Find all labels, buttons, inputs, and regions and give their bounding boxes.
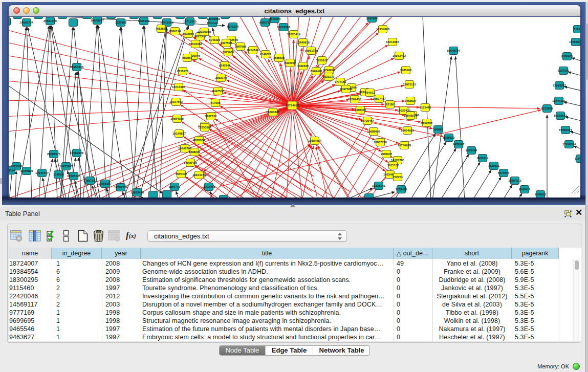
svg-text:2935114: 2935114 <box>477 157 489 160</box>
svg-text:12975115: 12975115 <box>403 83 416 86</box>
svg-text:1733426: 1733426 <box>396 188 407 191</box>
svg-text:8146323: 8146323 <box>209 38 221 41</box>
svg-text:62160: 62160 <box>386 103 394 106</box>
svg-text:9857771: 9857771 <box>169 185 181 188</box>
svg-text:9227341: 9227341 <box>558 69 570 72</box>
svg-text:554012: 554012 <box>365 91 375 94</box>
svg-text:10719155: 10719155 <box>160 21 174 24</box>
svg-text:8938923: 8938923 <box>443 136 455 139</box>
svg-text:7955812: 7955812 <box>316 59 328 62</box>
svg-text:12942737: 12942737 <box>35 171 49 174</box>
svg-text:9242848: 9242848 <box>219 64 231 67</box>
svg-text:9699695: 9699695 <box>421 121 433 124</box>
svg-text:11156829: 11156829 <box>20 169 33 172</box>
svg-text:8878334: 8878334 <box>193 139 205 142</box>
svg-text:10107553: 10107553 <box>169 100 183 103</box>
svg-text:8454749: 8454749 <box>247 49 259 52</box>
svg-text:1527602: 1527602 <box>115 21 127 24</box>
svg-text:16961758: 16961758 <box>304 49 318 52</box>
svg-text:8813054: 8813054 <box>269 17 281 20</box>
svg-text:20756928: 20756928 <box>398 144 411 147</box>
svg-text:114519: 114519 <box>53 173 63 176</box>
svg-text:3675685: 3675685 <box>223 51 234 54</box>
svg-text:12923448: 12923448 <box>130 191 144 194</box>
svg-text:14099489: 14099489 <box>184 161 198 164</box>
svg-text:8860124: 8860124 <box>169 30 181 33</box>
svg-text:16046793: 16046793 <box>178 147 192 150</box>
svg-text:20206575: 20206575 <box>47 152 61 156</box>
svg-text:19384554: 19384554 <box>308 139 322 142</box>
svg-text:20691406: 20691406 <box>43 19 57 23</box>
svg-text:16654935: 16654935 <box>170 117 184 120</box>
svg-text:10958107: 10958107 <box>98 182 112 185</box>
svg-text:2803144: 2803144 <box>215 76 227 79</box>
svg-text:417005: 417005 <box>210 101 221 104</box>
svg-text:2718176: 2718176 <box>177 70 189 73</box>
svg-text:18300295: 18300295 <box>266 111 280 114</box>
svg-text:1588520: 1588520 <box>273 56 285 59</box>
svg-text:8427552: 8427552 <box>212 90 224 93</box>
svg-text:19166827: 19166827 <box>172 132 186 135</box>
svg-text:18807270: 18807270 <box>374 141 387 144</box>
svg-text:6497508: 6497508 <box>340 87 352 91</box>
svg-text:16914479: 16914479 <box>192 173 206 177</box>
svg-text:12093822: 12093822 <box>553 84 566 87</box>
svg-text:26053346: 26053346 <box>70 65 84 69</box>
svg-text:12353594: 12353594 <box>198 126 212 129</box>
svg-text:20364436: 20364436 <box>348 98 362 101</box>
svg-text:6794024: 6794024 <box>323 69 335 72</box>
svg-text:9055723: 9055723 <box>259 21 271 24</box>
svg-text:10543382: 10543382 <box>189 42 202 46</box>
svg-text:15692971: 15692971 <box>559 128 573 132</box>
svg-text:16549579: 16549579 <box>404 114 418 117</box>
svg-text:10653267: 10653267 <box>91 19 104 22</box>
svg-text:9777169: 9777169 <box>335 80 346 83</box>
svg-text:39154: 39154 <box>9 169 15 172</box>
svg-text:8215958: 8215958 <box>541 107 553 110</box>
svg-text:1615132: 1615132 <box>387 164 399 167</box>
svg-text:9115460: 9115460 <box>420 106 431 109</box>
svg-text:9329965: 9329965 <box>561 55 573 58</box>
svg-text:1621072: 1621072 <box>323 75 335 78</box>
svg-text:989961: 989961 <box>182 56 192 59</box>
svg-text:17359928: 17359928 <box>70 151 84 155</box>
svg-text:19654923: 19654923 <box>401 129 415 132</box>
svg-text:13325419: 13325419 <box>287 33 301 36</box>
svg-text:16713355: 16713355 <box>183 20 197 23</box>
svg-text:1167534: 1167534 <box>575 157 580 160</box>
svg-text:9498222: 9498222 <box>189 150 201 154</box>
svg-text:7386372: 7386372 <box>355 108 366 112</box>
svg-text:164095: 164095 <box>433 128 443 131</box>
svg-text:6466160: 6466160 <box>138 19 150 23</box>
svg-text:3267130: 3267130 <box>205 115 217 118</box>
svg-text:12213967: 12213967 <box>386 40 399 43</box>
svg-text:16033809: 16033809 <box>207 17 221 20</box>
svg-text:16648784: 16648784 <box>447 49 461 52</box>
svg-text:10807487: 10807487 <box>373 97 386 100</box>
svg-text:6479197: 6479197 <box>453 143 465 146</box>
svg-text:9572224: 9572224 <box>227 25 239 28</box>
svg-text:9674444: 9674444 <box>466 149 477 152</box>
svg-text:17016504: 17016504 <box>562 143 576 146</box>
svg-text:16782759: 16782759 <box>114 186 128 189</box>
svg-text:8912954: 8912954 <box>183 32 194 35</box>
svg-text:13640910: 13640910 <box>296 41 310 44</box>
svg-text:17957223: 17957223 <box>83 179 97 182</box>
svg-text:9327508: 9327508 <box>221 41 232 45</box>
svg-text:1362635: 1362635 <box>297 64 309 68</box>
svg-text:12218506: 12218506 <box>277 26 291 29</box>
svg-text:15136141: 15136141 <box>372 184 386 187</box>
svg-text:12213363: 12213363 <box>172 85 186 89</box>
svg-text:7663822: 7663822 <box>156 27 167 30</box>
svg-text:16154808: 16154808 <box>376 28 390 31</box>
svg-text:9245612: 9245612 <box>519 188 531 191</box>
svg-text:12505135: 12505135 <box>67 174 81 178</box>
svg-text:9084047: 9084047 <box>381 152 393 156</box>
svg-text:2637682: 2637682 <box>366 17 378 20</box>
svg-text:9245612: 9245612 <box>535 193 547 196</box>
svg-text:2967608: 2967608 <box>235 45 247 48</box>
svg-text:15751074: 15751074 <box>569 40 580 43</box>
svg-text:8322037: 8322037 <box>285 61 296 64</box>
svg-text:10975887: 10975887 <box>59 165 73 168</box>
svg-text:8990443: 8990443 <box>311 70 322 73</box>
